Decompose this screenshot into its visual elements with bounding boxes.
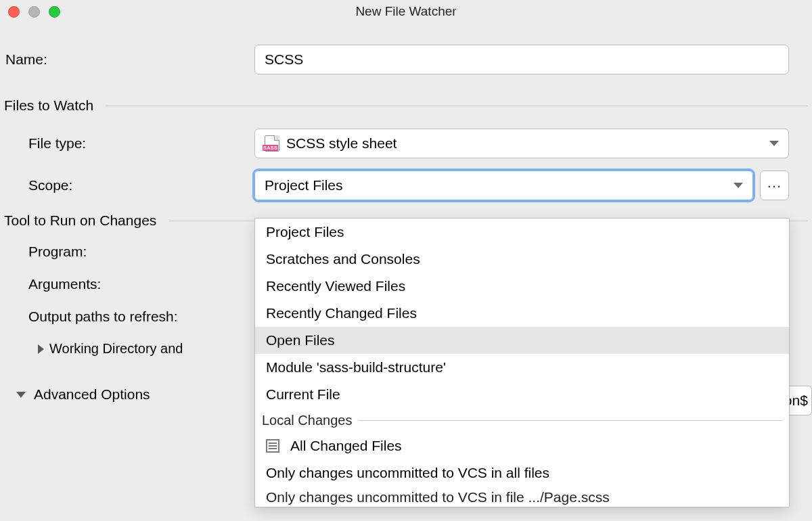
file-type-label: File type:	[4, 135, 254, 152]
scope-option-all-changed-files[interactable]: All Changed Files	[255, 432, 789, 459]
section-files-to-watch-label: Files to Watch	[4, 97, 93, 114]
minimize-window-button[interactable]	[28, 6, 40, 18]
maximize-window-button[interactable]	[49, 6, 60, 18]
section-files-to-watch: Files to Watch	[4, 97, 808, 114]
scope-option-recently-viewed[interactable]: Recently Viewed Files	[255, 273, 789, 300]
chevron-down-icon	[734, 183, 743, 188]
scope-option-module[interactable]: Module 'sass-build-structure'	[255, 354, 789, 381]
arguments-label: Arguments:	[4, 276, 254, 292]
triangle-right-icon	[38, 344, 44, 354]
working-directory-disclosure[interactable]: Working Directory and	[4, 341, 183, 357]
scope-dropdown: Project Files Scratches and Consoles Rec…	[254, 218, 790, 507]
scope-value: Project Files	[265, 177, 343, 194]
scope-browse-button[interactable]: ...	[760, 171, 789, 200]
chevron-down-icon	[769, 141, 779, 146]
sass-file-icon: SASS	[265, 135, 279, 152]
titlebar: New File Watcher	[0, 0, 812, 23]
working-directory-label: Working Directory and	[49, 341, 183, 357]
scope-option-recently-changed[interactable]: Recently Changed Files	[255, 300, 789, 327]
scope-option-uncommitted-file[interactable]: Only changes uncommitted to VCS in file …	[255, 486, 789, 507]
scope-option-current-file[interactable]: Current File	[255, 381, 789, 408]
file-type-value: SCSS style sheet	[286, 135, 397, 152]
name-input[interactable]	[254, 45, 789, 74]
output-paths-label: Output paths to refresh:	[4, 309, 254, 325]
scope-option-scratches[interactable]: Scratches and Consoles	[255, 246, 789, 273]
file-type-select[interactable]: SASS SCSS style sheet	[254, 129, 789, 158]
scope-label: Scope:	[4, 177, 254, 194]
list-icon	[266, 439, 279, 453]
scope-option-project-files[interactable]: Project Files	[255, 219, 789, 246]
window-controls	[8, 6, 60, 18]
program-label: Program:	[4, 244, 254, 260]
divider	[106, 106, 808, 106]
triangle-down-icon	[16, 392, 26, 398]
scope-select[interactable]: Project Files	[254, 171, 753, 200]
close-window-button[interactable]	[8, 6, 20, 18]
scope-separator-local-changes: Local Changes	[255, 408, 789, 432]
advanced-options-label: Advanced Options	[34, 386, 150, 403]
scope-option-uncommitted-all[interactable]: Only changes uncommitted to VCS in all f…	[255, 459, 789, 486]
name-label: Name:	[4, 51, 254, 68]
scope-option-open-files[interactable]: Open Files	[255, 327, 789, 354]
section-tool-to-run-label: Tool to Run on Changes	[4, 212, 156, 229]
window-title: New File Watcher	[355, 4, 456, 19]
